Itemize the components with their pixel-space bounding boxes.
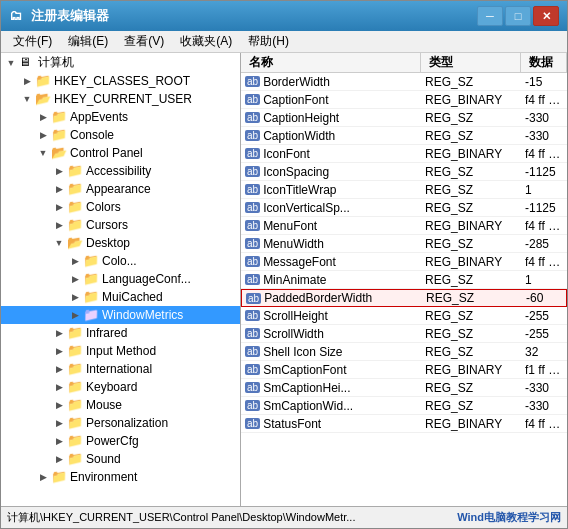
tree-expand-icon[interactable]: ▶ [51, 343, 67, 359]
reg-name-cell: abIconVerticalSp... [241, 200, 421, 216]
menu-item-查看v[interactable]: 查看(V) [116, 31, 172, 52]
tree-expand-icon[interactable]: ▶ [51, 361, 67, 377]
tree-expand-icon[interactable]: ▼ [19, 91, 35, 107]
tree-expand-icon[interactable]: ▶ [51, 415, 67, 431]
tree-item-hkcu[interactable]: ▼📂HKEY_CURRENT_USER [1, 90, 240, 108]
table-row[interactable]: abCaptionHeightREG_SZ-330 [241, 109, 567, 127]
tree-expand-icon[interactable]: ▶ [67, 253, 83, 269]
table-row[interactable]: abIconTitleWrapREG_SZ1 [241, 181, 567, 199]
tree-expand-icon[interactable]: ▶ [51, 163, 67, 179]
tree-item-infrared[interactable]: ▶📁Infrared [1, 324, 240, 342]
table-row[interactable]: abCaptionFontREG_BINARYf4 ff ff ff... [241, 91, 567, 109]
folder-icon: 📁 [67, 325, 83, 341]
close-button[interactable]: ✕ [533, 6, 559, 26]
tree-expand-icon[interactable]: ▶ [51, 397, 67, 413]
tree-item-inputmethod[interactable]: ▶📁Input Method [1, 342, 240, 360]
table-row[interactable]: abIconFontREG_BINARYf4 ff ff ff... [241, 145, 567, 163]
tree-item-hkcr[interactable]: ▶📁HKEY_CLASSES_ROOT [1, 72, 240, 90]
tree-item-appevents[interactable]: ▶📁AppEvents [1, 108, 240, 126]
tree-expand-icon[interactable]: ▶ [51, 181, 67, 197]
maximize-button[interactable]: □ [505, 6, 531, 26]
registry-values-table[interactable]: abBorderWidthREG_SZ-15abCaptionFontREG_B… [241, 73, 567, 506]
tree-item-label: 计算机 [38, 54, 74, 71]
tree-item-languageconf[interactable]: ▶📁LanguageConf... [1, 270, 240, 288]
tree-item-environment[interactable]: ▶📁Environment [1, 468, 240, 486]
table-row[interactable]: abStatusFontREG_BINARYf4 ff ff ff... [241, 415, 567, 433]
tree-expand-icon[interactable]: ▶ [35, 469, 51, 485]
table-row[interactable]: abMenuWidthREG_SZ-285 [241, 235, 567, 253]
table-row[interactable]: abMessageFontREG_BINARYf4 ff ff ff... [241, 253, 567, 271]
tree-item-colors[interactable]: ▶📁Colors [1, 198, 240, 216]
tree-expand-icon[interactable]: ▶ [19, 73, 35, 89]
table-row[interactable]: abSmCaptionFontREG_BINARYf1 ff ff ff... [241, 361, 567, 379]
tree-expand-icon[interactable]: ▼ [35, 145, 51, 161]
tree-item-sound[interactable]: ▶📁Sound [1, 450, 240, 468]
tree-item-label: MuiCached [102, 290, 163, 304]
tree-item-keyboard[interactable]: ▶📁Keyboard [1, 378, 240, 396]
table-row[interactable]: abIconSpacingREG_SZ-1125 [241, 163, 567, 181]
tree-expand-icon[interactable]: ▼ [3, 55, 19, 71]
tree-item-personalization[interactable]: ▶📁Personalization [1, 414, 240, 432]
table-row[interactable]: abCaptionWidthREG_SZ-330 [241, 127, 567, 145]
tree-item-computer[interactable]: ▼🖥计算机 [1, 53, 240, 72]
menu-item-编辑e[interactable]: 编辑(E) [60, 31, 116, 52]
table-row[interactable]: abScrollHeightREG_SZ-255 [241, 307, 567, 325]
menu-item-文件f[interactable]: 文件(F) [5, 31, 60, 52]
tree-item-label: PowerCfg [86, 434, 139, 448]
tree-item-controlpanel[interactable]: ▼📂Control Panel [1, 144, 240, 162]
menu-item-收藏夹a[interactable]: 收藏夹(A) [172, 31, 240, 52]
reg-value-name: MenuWidth [263, 237, 324, 251]
table-row[interactable]: abScrollWidthREG_SZ-255 [241, 325, 567, 343]
tree-expand-icon[interactable]: ▶ [51, 379, 67, 395]
tree-expand-icon[interactable]: ▶ [51, 451, 67, 467]
reg-data-cell: -255 [521, 326, 567, 342]
tree-expand-icon[interactable]: ▶ [67, 271, 83, 287]
table-row[interactable]: abShell Icon SizeREG_SZ32 [241, 343, 567, 361]
table-row[interactable]: abSmCaptionHei...REG_SZ-330 [241, 379, 567, 397]
tree-item-accessibility[interactable]: ▶📁Accessibility [1, 162, 240, 180]
tree-item-windowmetrics[interactable]: ▶📁WindowMetrics [1, 306, 240, 324]
registry-tree[interactable]: ▼🖥计算机▶📁HKEY_CLASSES_ROOT▼📂HKEY_CURRENT_U… [1, 53, 241, 506]
tree-item-international[interactable]: ▶📁International [1, 360, 240, 378]
folder-icon: 📁 [67, 361, 83, 377]
reg-name-cell: abIconSpacing [241, 164, 421, 180]
tree-expand-icon[interactable]: ▶ [51, 433, 67, 449]
tree-expand-icon[interactable]: ▶ [67, 307, 83, 323]
tree-item-powercfg[interactable]: ▶📁PowerCfg [1, 432, 240, 450]
tree-expand-icon[interactable]: ▶ [67, 289, 83, 305]
tree-item-label: Infrared [86, 326, 127, 340]
tree-item-colo[interactable]: ▶📁Colo... [1, 252, 240, 270]
tree-item-mouse[interactable]: ▶📁Mouse [1, 396, 240, 414]
tree-expand-icon[interactable]: ▶ [51, 217, 67, 233]
tree-item-desktop[interactable]: ▼📂Desktop [1, 234, 240, 252]
table-row[interactable]: abPaddedBorderWidthREG_SZ-60 [241, 289, 567, 307]
reg-value-icon: ab [245, 346, 260, 357]
folder-open-icon: 📂 [51, 145, 67, 161]
table-row[interactable]: abSmCaptionWid...REG_SZ-330 [241, 397, 567, 415]
tree-expand-icon[interactable]: ▶ [35, 127, 51, 143]
table-row[interactable]: abMenuFontREG_BINARYf4 ff ff ff... [241, 217, 567, 235]
tree-item-label: Personalization [86, 416, 168, 430]
table-row[interactable]: abBorderWidthREG_SZ-15 [241, 73, 567, 91]
status-bar: 计算机\HKEY_CURRENT_USER\Control Panel\Desk… [1, 506, 567, 528]
folder-icon: 📁 [67, 163, 83, 179]
tree-item-console[interactable]: ▶📁Console [1, 126, 240, 144]
tree-item-muicached[interactable]: ▶📁MuiCached [1, 288, 240, 306]
folder-icon: 📁 [67, 433, 83, 449]
reg-type-cell: REG_SZ [421, 164, 521, 180]
tree-item-appearance[interactable]: ▶📁Appearance [1, 180, 240, 198]
table-row[interactable]: abMinAnimateREG_SZ1 [241, 271, 567, 289]
menu-item-帮助h[interactable]: 帮助(H) [240, 31, 297, 52]
tree-item-label: International [86, 362, 152, 376]
tree-expand-icon[interactable]: ▶ [51, 199, 67, 215]
tree-expand-icon[interactable]: ▶ [51, 325, 67, 341]
title-bar: 🗂 注册表编辑器 ─ □ ✕ [1, 1, 567, 31]
tree-expand-icon[interactable]: ▼ [51, 235, 67, 251]
minimize-button[interactable]: ─ [477, 6, 503, 26]
tree-expand-icon[interactable]: ▶ [35, 109, 51, 125]
tree-item-cursors[interactable]: ▶📁Cursors [1, 216, 240, 234]
reg-name-cell: abMinAnimate [241, 272, 421, 288]
table-row[interactable]: abIconVerticalSp...REG_SZ-1125 [241, 199, 567, 217]
folder-icon: 📁 [67, 217, 83, 233]
window-controls: ─ □ ✕ [477, 6, 559, 26]
